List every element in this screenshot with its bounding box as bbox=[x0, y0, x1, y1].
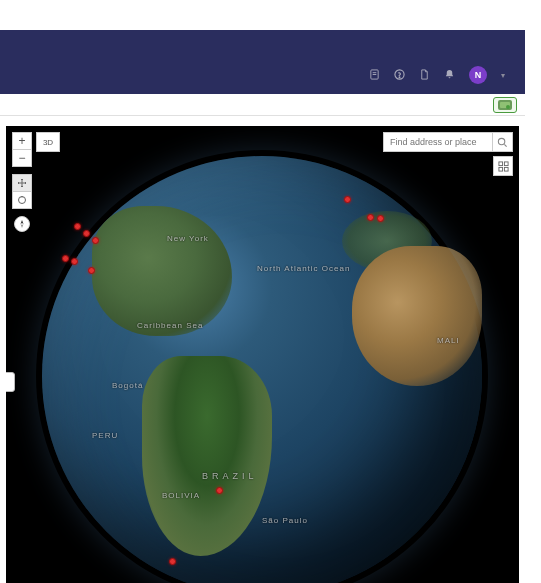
pan-button[interactable] bbox=[12, 174, 32, 192]
document-icon[interactable] bbox=[419, 69, 430, 82]
avatar-initial: N bbox=[475, 70, 482, 80]
zoom-controls: + − bbox=[12, 132, 32, 166]
globe[interactable]: New York North Atlantic Ocean Caribbean … bbox=[42, 156, 482, 583]
search-group bbox=[383, 132, 513, 152]
app-header: N ▾ bbox=[0, 30, 525, 94]
view-3d-button[interactable]: 3D bbox=[36, 132, 60, 152]
chevron-down-icon[interactable]: ▾ bbox=[501, 71, 505, 80]
map-marker[interactable] bbox=[377, 215, 384, 222]
user-avatar[interactable]: N bbox=[469, 66, 487, 84]
map-marker[interactable] bbox=[216, 487, 223, 494]
svg-point-7 bbox=[506, 105, 510, 109]
label-peru: PERU bbox=[92, 431, 118, 440]
map-marker[interactable] bbox=[74, 223, 81, 230]
map-marker[interactable] bbox=[169, 558, 176, 565]
rotate-button[interactable] bbox=[12, 191, 32, 209]
zoom-out-button[interactable]: − bbox=[12, 149, 32, 167]
land-africa bbox=[352, 246, 482, 386]
help-icon[interactable] bbox=[394, 69, 405, 82]
notification-icon[interactable] bbox=[444, 69, 455, 82]
map-viewport[interactable]: New York North Atlantic Ocean Caribbean … bbox=[6, 126, 519, 583]
basemap-toggle-button[interactable] bbox=[493, 97, 517, 113]
label-atlantic: North Atlantic Ocean bbox=[257, 264, 350, 273]
svg-point-8 bbox=[19, 197, 26, 204]
svg-rect-12 bbox=[504, 161, 508, 165]
search-button[interactable] bbox=[493, 132, 513, 152]
map-marker[interactable] bbox=[62, 255, 69, 262]
zoom-in-button[interactable]: + bbox=[12, 132, 32, 150]
map-marker[interactable] bbox=[83, 230, 90, 237]
land-north-america bbox=[92, 206, 232, 336]
sub-toolbar bbox=[0, 94, 525, 116]
time-slider-handle[interactable] bbox=[6, 372, 15, 392]
svg-rect-11 bbox=[498, 161, 502, 165]
search-input[interactable] bbox=[383, 132, 493, 152]
svg-point-9 bbox=[498, 138, 504, 144]
header-icons: N ▾ bbox=[369, 66, 505, 84]
land-south-america bbox=[142, 356, 272, 556]
svg-rect-14 bbox=[504, 167, 508, 171]
map-marker[interactable] bbox=[344, 196, 351, 203]
basemap-gallery-button[interactable] bbox=[493, 156, 513, 176]
map-marker[interactable] bbox=[71, 258, 78, 265]
compass-button[interactable] bbox=[14, 216, 30, 232]
label-saopaulo: São Paulo bbox=[262, 516, 308, 525]
label-bogota: Bogotá bbox=[112, 381, 143, 390]
nav-controls bbox=[12, 174, 32, 208]
notes-icon[interactable] bbox=[369, 69, 380, 82]
map-marker[interactable] bbox=[92, 237, 99, 244]
map-marker[interactable] bbox=[367, 214, 374, 221]
map-marker[interactable] bbox=[88, 267, 95, 274]
svg-point-4 bbox=[399, 76, 400, 77]
svg-line-10 bbox=[504, 144, 506, 146]
svg-rect-13 bbox=[498, 167, 502, 171]
